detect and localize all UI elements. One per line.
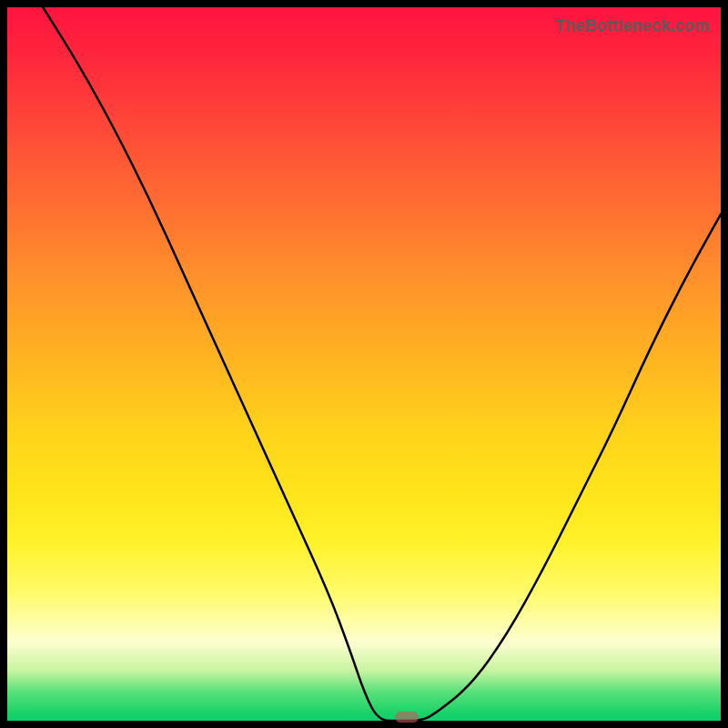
- chart-plot-area: TheBottleneck.com: [7, 7, 721, 721]
- chart-frame: TheBottleneck.com: [0, 0, 728, 728]
- minimum-marker: [395, 712, 419, 723]
- watermark-text: TheBottleneck.com: [556, 16, 710, 36]
- bottleneck-curve: [7, 7, 721, 721]
